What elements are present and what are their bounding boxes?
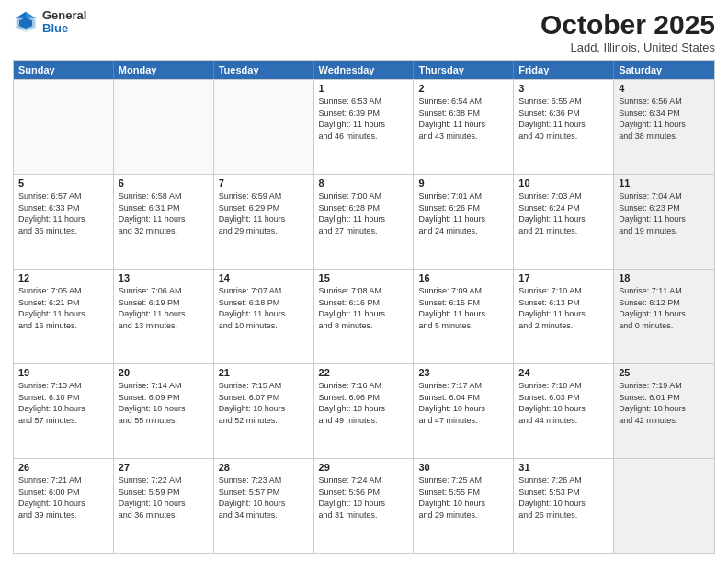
day-info: Sunrise: 7:11 AM Sunset: 6:12 PM Dayligh… — [619, 285, 710, 331]
day-info: Sunrise: 7:07 AM Sunset: 6:18 PM Dayligh… — [219, 285, 309, 331]
calendar-cell: 9Sunrise: 7:01 AM Sunset: 6:26 PM Daylig… — [414, 175, 514, 269]
day-info: Sunrise: 7:00 AM Sunset: 6:28 PM Dayligh… — [319, 190, 409, 236]
day-info: Sunrise: 7:15 AM Sunset: 6:07 PM Dayligh… — [219, 380, 309, 426]
day-number: 12 — [18, 272, 108, 283]
weekday-header: Wednesday — [314, 61, 415, 79]
logo-icon — [13, 9, 39, 35]
day-number: 20 — [119, 367, 209, 378]
day-number: 14 — [219, 272, 309, 283]
calendar-cell: 3Sunrise: 6:55 AM Sunset: 6:36 PM Daylig… — [514, 80, 614, 174]
day-info: Sunrise: 7:26 AM Sunset: 5:53 PM Dayligh… — [518, 475, 609, 521]
calendar-cell: 23Sunrise: 7:17 AM Sunset: 6:04 PM Dayli… — [414, 364, 514, 458]
day-number: 27 — [119, 462, 209, 473]
day-info: Sunrise: 7:09 AM Sunset: 6:15 PM Dayligh… — [418, 285, 508, 331]
day-number: 16 — [418, 272, 508, 283]
title-block: October 2025 Ladd, Illinois, United Stat… — [540, 9, 715, 54]
day-number: 26 — [18, 462, 108, 473]
day-info: Sunrise: 7:10 AM Sunset: 6:13 PM Dayligh… — [518, 285, 609, 331]
logo-blue: Blue — [42, 22, 86, 35]
day-number: 4 — [619, 83, 710, 94]
svg-marker-3 — [26, 12, 36, 18]
day-info: Sunrise: 7:05 AM Sunset: 6:21 PM Dayligh… — [18, 285, 108, 331]
calendar-cell: 26Sunrise: 7:21 AM Sunset: 6:00 PM Dayli… — [14, 459, 114, 553]
day-number: 3 — [518, 83, 609, 94]
day-number: 6 — [119, 178, 209, 189]
calendar-cell: 18Sunrise: 7:11 AM Sunset: 6:12 PM Dayli… — [614, 270, 714, 363]
calendar-cell: 31Sunrise: 7:26 AM Sunset: 5:53 PM Dayli… — [514, 459, 614, 553]
calendar-cell: 10Sunrise: 7:03 AM Sunset: 6:24 PM Dayli… — [514, 175, 614, 269]
weekday-header: Thursday — [414, 61, 514, 79]
calendar-cell — [14, 80, 114, 174]
calendar-cell — [614, 459, 714, 553]
day-number: 24 — [518, 367, 609, 378]
calendar-cell: 15Sunrise: 7:08 AM Sunset: 6:16 PM Dayli… — [314, 270, 415, 363]
day-number: 21 — [219, 367, 309, 378]
calendar-cell: 6Sunrise: 6:58 AM Sunset: 6:31 PM Daylig… — [114, 175, 214, 269]
weekday-header: Friday — [514, 61, 614, 79]
weekday-header: Monday — [114, 61, 214, 79]
day-info: Sunrise: 7:04 AM Sunset: 6:23 PM Dayligh… — [619, 190, 710, 236]
day-info: Sunrise: 6:57 AM Sunset: 6:33 PM Dayligh… — [18, 190, 108, 236]
calendar-cell: 20Sunrise: 7:14 AM Sunset: 6:09 PM Dayli… — [114, 364, 214, 458]
page-container: General Blue October 2025 Ladd, Illinois… — [0, 0, 728, 563]
day-number: 5 — [18, 178, 108, 189]
day-number: 8 — [319, 178, 409, 189]
day-info: Sunrise: 7:17 AM Sunset: 6:04 PM Dayligh… — [418, 380, 508, 426]
calendar-cell: 19Sunrise: 7:13 AM Sunset: 6:10 PM Dayli… — [14, 364, 114, 458]
day-number: 31 — [518, 462, 609, 473]
calendar-cell: 1Sunrise: 6:53 AM Sunset: 6:39 PM Daylig… — [314, 80, 415, 174]
day-info: Sunrise: 7:14 AM Sunset: 6:09 PM Dayligh… — [119, 380, 209, 426]
calendar-cell: 7Sunrise: 6:59 AM Sunset: 6:29 PM Daylig… — [214, 175, 314, 269]
day-info: Sunrise: 7:13 AM Sunset: 6:10 PM Dayligh… — [18, 380, 108, 426]
day-number: 2 — [418, 83, 508, 94]
day-number: 13 — [119, 272, 209, 283]
logo-general: General — [42, 9, 86, 22]
month-title: October 2025 — [540, 9, 715, 40]
day-info: Sunrise: 6:55 AM Sunset: 6:36 PM Dayligh… — [518, 96, 609, 142]
day-info: Sunrise: 7:16 AM Sunset: 6:06 PM Dayligh… — [319, 380, 409, 426]
day-info: Sunrise: 7:01 AM Sunset: 6:26 PM Dayligh… — [418, 190, 508, 236]
calendar-cell: 11Sunrise: 7:04 AM Sunset: 6:23 PM Dayli… — [614, 175, 714, 269]
weekday-header: Saturday — [614, 61, 714, 79]
day-number: 30 — [418, 462, 508, 473]
day-info: Sunrise: 7:06 AM Sunset: 6:19 PM Dayligh… — [119, 285, 209, 331]
calendar-cell: 2Sunrise: 6:54 AM Sunset: 6:38 PM Daylig… — [414, 80, 514, 174]
day-number: 9 — [418, 178, 508, 189]
day-info: Sunrise: 6:58 AM Sunset: 6:31 PM Dayligh… — [119, 190, 209, 236]
day-info: Sunrise: 7:03 AM Sunset: 6:24 PM Dayligh… — [518, 190, 609, 236]
calendar-cell: 21Sunrise: 7:15 AM Sunset: 6:07 PM Dayli… — [214, 364, 314, 458]
calendar-cell: 25Sunrise: 7:19 AM Sunset: 6:01 PM Dayli… — [614, 364, 714, 458]
calendar-cell: 16Sunrise: 7:09 AM Sunset: 6:15 PM Dayli… — [414, 270, 514, 363]
logo-text: General Blue — [42, 9, 86, 36]
day-number: 17 — [518, 272, 609, 283]
day-number: 19 — [18, 367, 108, 378]
day-info: Sunrise: 6:54 AM Sunset: 6:38 PM Dayligh… — [418, 96, 508, 142]
day-number: 11 — [619, 178, 710, 189]
day-number: 7 — [219, 178, 309, 189]
calendar-cell: 14Sunrise: 7:07 AM Sunset: 6:18 PM Dayli… — [214, 270, 314, 363]
day-number: 28 — [219, 462, 309, 473]
day-info: Sunrise: 7:19 AM Sunset: 6:01 PM Dayligh… — [619, 380, 710, 426]
day-number: 23 — [418, 367, 508, 378]
calendar-row: 26Sunrise: 7:21 AM Sunset: 6:00 PM Dayli… — [14, 458, 714, 553]
day-info: Sunrise: 6:56 AM Sunset: 6:34 PM Dayligh… — [619, 96, 710, 142]
day-info: Sunrise: 6:53 AM Sunset: 6:39 PM Dayligh… — [319, 96, 409, 142]
page-header: General Blue October 2025 Ladd, Illinois… — [13, 9, 715, 54]
day-info: Sunrise: 7:22 AM Sunset: 5:59 PM Dayligh… — [119, 475, 209, 521]
calendar-cell: 8Sunrise: 7:00 AM Sunset: 6:28 PM Daylig… — [314, 175, 415, 269]
location: Ladd, Illinois, United States — [540, 40, 715, 54]
calendar-cell — [214, 80, 314, 174]
calendar-cell: 27Sunrise: 7:22 AM Sunset: 5:59 PM Dayli… — [114, 459, 214, 553]
calendar-row: 12Sunrise: 7:05 AM Sunset: 6:21 PM Dayli… — [14, 269, 714, 363]
calendar-cell — [114, 80, 214, 174]
day-number: 1 — [319, 83, 409, 94]
day-info: Sunrise: 6:59 AM Sunset: 6:29 PM Dayligh… — [219, 190, 309, 236]
calendar-cell: 12Sunrise: 7:05 AM Sunset: 6:21 PM Dayli… — [14, 270, 114, 363]
calendar-body: 1Sunrise: 6:53 AM Sunset: 6:39 PM Daylig… — [14, 79, 714, 553]
svg-marker-4 — [16, 12, 26, 18]
calendar-cell: 22Sunrise: 7:16 AM Sunset: 6:06 PM Dayli… — [314, 364, 415, 458]
calendar-cell: 28Sunrise: 7:23 AM Sunset: 5:57 PM Dayli… — [214, 459, 314, 553]
day-number: 22 — [319, 367, 409, 378]
calendar-cell: 29Sunrise: 7:24 AM Sunset: 5:56 PM Dayli… — [314, 459, 415, 553]
day-number: 18 — [619, 272, 710, 283]
